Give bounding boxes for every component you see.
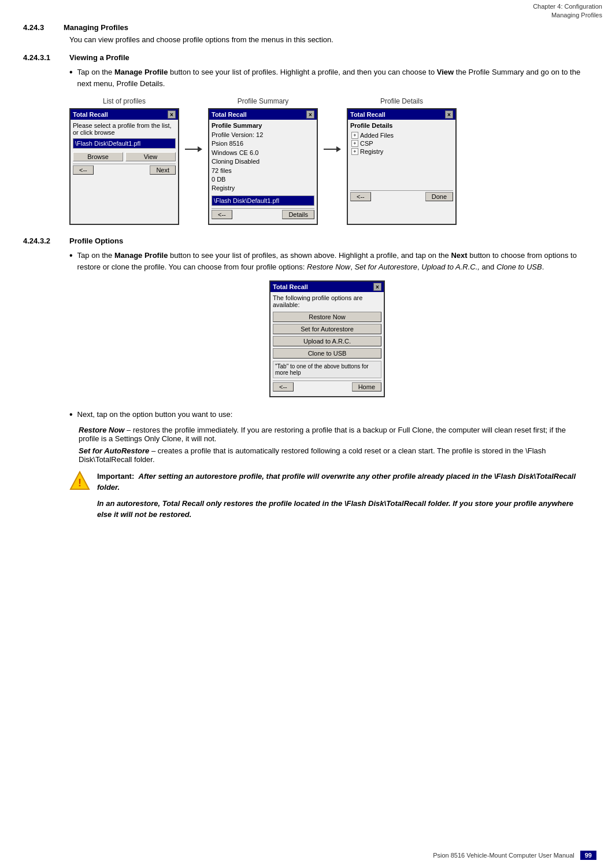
important-box: ! Important: After setting an autorestor… <box>69 471 585 520</box>
window1-titlebar: Total Recall × <box>71 109 178 120</box>
section-4-24-3-2-heading: 4.24.3.2 Profile Options <box>23 237 585 245</box>
set-autorestore-text: – creates a profile that is automaticall… <box>79 446 546 464</box>
section-4-24-3-intro: You can view profiles and choose profile… <box>69 35 585 44</box>
set-autorestore-label: Set for AutoRestore <box>79 446 149 455</box>
window1-nav: <-- Next <box>73 164 176 175</box>
window2-close-button[interactable]: × <box>306 110 314 119</box>
bullet-dot-1: • <box>69 67 73 79</box>
chapter-subtitle: Managing Profiles <box>429 11 602 20</box>
window2-body: Profile Summary Profile Version: 12Psion… <box>209 120 317 224</box>
window-options-body: The following profile options are availa… <box>270 292 384 396</box>
important-label: Important: <box>97 472 134 481</box>
section-4-24-3-1-title: Viewing a Profile <box>69 53 129 62</box>
window1-body: Please select a profile from the list, o… <box>71 120 178 224</box>
window3-titlebar: Total Recall × <box>348 109 455 120</box>
window3-nav: <-- Done <box>350 190 453 201</box>
tree-item[interactable]: +Added Files <box>350 131 453 139</box>
window3-close-button[interactable]: × <box>445 110 453 119</box>
summary-lines: Profile Version: 12Psion 8516Windows CE … <box>212 131 314 193</box>
window2-list-item[interactable]: \Flash Disk\Default1.pfl <box>212 195 314 206</box>
warning-icon: ! <box>69 471 90 492</box>
arrow-2 <box>324 143 341 155</box>
window-profile-details: Total Recall × Profile Details +Added Fi… <box>347 108 457 225</box>
section-4-24-3-1-body: • Tap on the Manage Profile button to se… <box>69 67 585 225</box>
restore-now-label: Restore Now <box>79 426 124 434</box>
screenshot-group-3: Profile Details Total Recall × Profile D… <box>347 97 457 225</box>
window2-details-button[interactable]: Details <box>282 210 314 219</box>
window-options-body-text: The following profile options are availa… <box>273 294 381 308</box>
bullet-item-2: • Tap on the Manage Profile button to se… <box>69 250 585 272</box>
summary-line: Profile Version: 12 <box>212 131 314 139</box>
chapter-title: Chapter 4: Configuration <box>429 2 602 11</box>
bullet-text-1: Tap on the Manage Profile button to see … <box>77 67 585 89</box>
footer-page-number: 99 <box>580 851 596 860</box>
section-4-24-3-2-num: 4.24.3.2 <box>23 237 69 245</box>
screenshots-row-1: List of profiles Total Recall × Please s… <box>69 97 585 225</box>
screenshot-profile-options: Total Recall × The following profile opt… <box>69 280 585 397</box>
restore-now-button[interactable]: Restore Now <box>273 312 381 322</box>
section-4-24-3-heading: 4.24.3 Managing Profiles <box>23 23 585 32</box>
window3-back-button[interactable]: <-- <box>350 192 371 201</box>
clone-usb-button[interactable]: Clone to USB <box>273 348 381 359</box>
set-autorestore-button[interactable]: Set for Autorestore <box>273 324 381 334</box>
important-text-1: Important: After setting an autorestore … <box>97 471 585 493</box>
window-options-close-button[interactable]: × <box>373 283 381 291</box>
window1-title: Total Recall <box>73 111 108 118</box>
window1-next-button[interactable]: Next <box>150 165 176 175</box>
window-options-back-button[interactable]: <-- <box>273 382 294 391</box>
section-4-24-3-title: Managing Profiles <box>64 23 128 32</box>
window1-view-button[interactable]: View <box>125 152 176 161</box>
window-profile-options: Total Recall × The following profile opt… <box>269 280 385 397</box>
window1-close-button[interactable]: × <box>168 110 176 119</box>
arrow-1 <box>185 143 202 155</box>
bullet-text-2: Tap on the Manage Profile button to see … <box>77 250 585 272</box>
window1-back-button[interactable]: <-- <box>73 165 94 175</box>
section-4-24-3-2-title: Profile Options <box>69 237 123 245</box>
svg-marker-3 <box>336 146 341 152</box>
window2-nav: <-- Details <box>212 208 314 219</box>
important-text-block: Important: After setting an autorestore … <box>97 471 585 520</box>
upload-arc-button[interactable]: Upload to A.R.C. <box>273 336 381 346</box>
tree-item-label: CSP <box>360 140 373 147</box>
window1-buttons: Browse View <box>73 152 176 161</box>
footer-bar: Psion 8516 Vehicle-Mount Computer User M… <box>0 848 602 862</box>
tree-expand-icon: + <box>351 148 358 155</box>
bullet-item-1: • Tap on the Manage Profile button to se… <box>69 67 585 89</box>
window2-label: Profile Summary <box>212 122 314 129</box>
summary-line: Psion 8516 <box>212 139 314 148</box>
svg-marker-1 <box>198 146 202 152</box>
tree-items: +Added Files+CSP+Registry <box>350 131 453 156</box>
section-4-24-3-2-body: • Tap on the Manage Profile button to se… <box>69 250 585 520</box>
tree-expand-icon: + <box>351 132 358 139</box>
tree-item-label: Added Files <box>360 132 394 139</box>
section-4-24-3-num: 4.24.3 <box>23 23 64 32</box>
footer-text: Psion 8516 Vehicle-Mount Computer User M… <box>433 852 574 859</box>
window3-body: Profile Details +Added Files+CSP+Registr… <box>348 120 455 224</box>
tree-item[interactable]: +Registry <box>350 147 453 156</box>
window-options-home-button[interactable]: Home <box>352 382 381 391</box>
section-4-24-3-1-num: 4.24.3.1 <box>23 53 69 62</box>
window-options-help-text: "Tab" to one of the above buttons for mo… <box>273 361 381 378</box>
tree-item[interactable]: +CSP <box>350 139 453 147</box>
screenshot-group-1: List of profiles Total Recall × Please s… <box>69 97 179 225</box>
window1-browse-button[interactable]: Browse <box>73 152 123 161</box>
tree-expand-icon: + <box>351 140 358 147</box>
bullet-text-3: Next, tap on the option button you want … <box>77 409 233 420</box>
important-text-2-content: In an autorestore, Total Recall only res… <box>97 499 573 519</box>
summary-line: Windows CE 6.0 <box>212 149 314 157</box>
label-profile-details: Profile Details <box>380 97 423 105</box>
summary-line: 72 files <box>212 167 314 175</box>
header-bar: Chapter 4: Configuration Managing Profil… <box>423 0 608 23</box>
restore-now-description: Restore Now – restores the profile immed… <box>79 426 585 443</box>
window3-done-button[interactable]: Done <box>425 192 453 201</box>
svg-text:!: ! <box>78 477 81 489</box>
window1-list-item[interactable]: \Flash Disk\Default1.pfl <box>73 138 176 149</box>
bullet-dot-2: • <box>69 250 73 262</box>
restore-now-text: – restores the profile immediately. If y… <box>79 426 566 443</box>
window2-titlebar: Total Recall × <box>209 109 317 120</box>
summary-line: Cloning Disabled <box>212 157 314 166</box>
window-profile-summary: Total Recall × Profile Summary Profile V… <box>208 108 318 225</box>
label-list-of-profiles: List of profiles <box>103 97 146 105</box>
label-profile-summary: Profile Summary <box>238 97 289 105</box>
window2-back-button[interactable]: <-- <box>212 210 232 219</box>
